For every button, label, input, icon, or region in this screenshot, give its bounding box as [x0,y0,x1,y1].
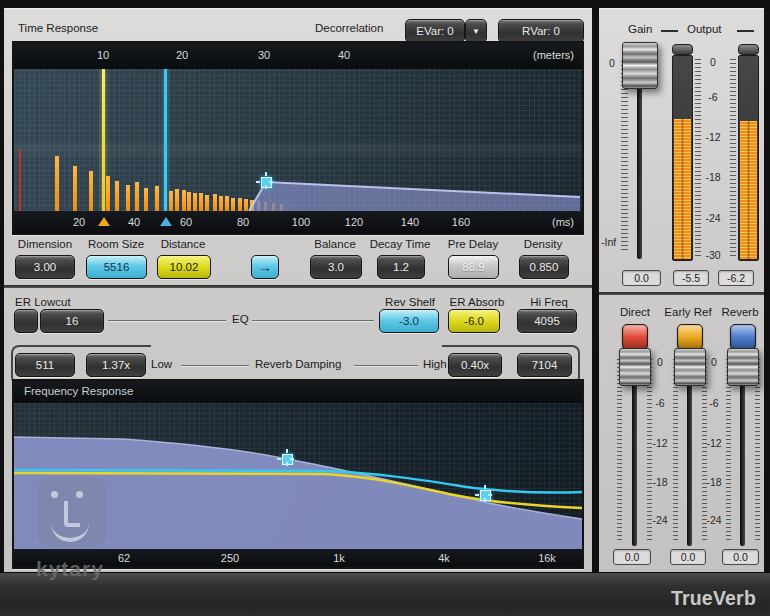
meters-tick-label: 40 [338,49,350,61]
reverb-mute-button[interactable] [730,324,756,350]
frequency-response-plot [14,403,582,549]
output-scale-label: -18 [705,171,720,183]
ms-unit-label: (ms) [552,216,574,228]
ms-scale: 20 40 60 80 100 120 140 160 (ms) [14,211,582,233]
reverb-envelope [14,69,582,211]
link-arrow-button[interactable]: → [251,255,279,279]
mixer-tick-strip [647,359,652,541]
mixer-tick-strip [673,359,678,541]
mixer-scale-label: -12 [706,437,721,449]
balance-value-button[interactable]: 3.0 [310,255,362,279]
mixer-scale-label: -24 [706,514,721,526]
early-ref-fader-knob[interactable] [674,348,706,386]
watermark-text: kytary [36,557,104,581]
balance-label: Balance [314,238,356,250]
evar-button[interactable]: EVar: 0 [405,19,465,43]
reverb-label: Reverb [721,306,758,318]
early-ref-value-box[interactable]: 0.0 [670,549,706,565]
damping-high-ratio-button[interactable]: 0.40x [448,353,502,377]
freq-tick-label: 4k [438,552,450,564]
freq-tick-label: 1k [333,552,345,564]
output-right-clip-led[interactable] [738,44,759,55]
hi-freq-handle[interactable] [480,490,491,501]
reverb-value-box[interactable]: 0.0 [722,549,759,565]
ms-tick-label: 140 [401,216,419,228]
damping-high-label: High [423,358,447,370]
frequency-response-graph: Frequency Response 62 250 1k [12,379,584,569]
predelay-handle[interactable] [261,177,272,188]
density-value-button[interactable]: 0.850 [519,255,569,279]
freq-title-strip: Frequency Response [14,381,582,403]
gain-fader-knob[interactable] [622,42,658,89]
meters-tick-label: 30 [258,49,270,61]
output-tick-strip-right [730,59,736,259]
output-left-value-box[interactable]: -5.5 [673,270,709,286]
output-dash-right [737,30,754,32]
mixer-scale-label: -18 [706,476,721,488]
pre-delay-label: Pre Delay [448,238,499,250]
pre-delay-value-button[interactable]: 88.9 [448,255,499,279]
mixer-scale-label: -24 [652,514,667,526]
direct-fader-knob[interactable] [619,348,651,386]
output-left-clip-led[interactable] [672,44,693,55]
main-panel: Time Response Decorrelation EVar: 0 ▼ RV… [4,8,592,573]
er-absorb-label: ER Absorb [450,296,505,308]
damping-low-freq-button[interactable]: 511 [15,353,75,377]
freq-tick-label: 16k [538,552,556,564]
output-left-meter [672,55,693,261]
distance-value-button[interactable]: 10.02 [157,255,211,279]
trueverb-window: Time Response Decorrelation EVar: 0 ▼ RV… [0,0,770,616]
er-absorb-value-button[interactable]: -6.0 [448,309,500,333]
direct-value-box[interactable]: 0.0 [613,549,651,565]
decay-time-value-button[interactable]: 1.2 [377,255,425,279]
output-scale-label: -24 [705,212,720,224]
evar-dropdown-icon[interactable]: ▼ [465,19,487,43]
distance-label: Distance [161,238,206,250]
reverb-fader-knob[interactable] [727,348,759,386]
freq-tick-label: 62 [118,552,130,564]
damping-line-left [181,365,249,366]
damping-high-freq-button[interactable]: 7104 [517,353,572,377]
freq-tick-label: 250 [221,552,239,564]
room-size-value-button[interactable]: 5516 [86,255,147,279]
ms-tick-label: 80 [237,216,249,228]
direct-label: Direct [620,306,650,318]
density-label: Density [524,238,562,250]
section-divider [4,285,592,288]
output-right-meter-fill [740,121,757,259]
time-response-plot [14,69,582,211]
right-section-divider [599,292,764,295]
output-right-value-box[interactable]: -6.2 [718,270,754,286]
mixer-tick-strip [726,359,731,541]
damping-low-ratio-button[interactable]: 1.37x [86,353,146,377]
mixer-scale-label: 0 [711,356,717,368]
eq-line-left [108,320,226,321]
er-lowcut-value-button[interactable]: 16 [40,309,104,333]
mixer-tick-strip [755,359,760,541]
early-ref-label: Early Ref [664,306,711,318]
meters-tick-label: 20 [176,49,188,61]
rev-shelf-value-button[interactable]: -3.0 [379,309,439,333]
dimension-value-button[interactable]: 3.00 [15,255,75,279]
rev-shelf-handle[interactable] [282,454,293,465]
mixer-scale-label: -18 [652,476,667,488]
room-size-marker-triangle[interactable] [160,217,172,226]
mixer-scale-label: -6 [655,397,664,409]
ms-tick-label: 60 [180,216,192,228]
ms-tick-label: 20 [73,216,85,228]
damping-title: Reverb Damping [255,358,341,370]
early-ref-mute-button[interactable] [677,324,703,350]
distance-marker-triangle[interactable] [98,217,110,226]
ms-tick-label: 100 [292,216,310,228]
gain-zero-label: 0 [609,57,615,69]
hi-freq-value-button[interactable]: 4095 [517,309,577,333]
er-lowcut-toggle-button[interactable] [14,309,38,333]
rvar-button[interactable]: RVar: 0 [498,19,584,43]
ms-tick-label: 40 [128,216,140,228]
watermark-logo [38,477,106,547]
direct-mute-button[interactable] [622,324,648,350]
rev-shelf-label: Rev Shelf [385,296,435,308]
gain-value-box[interactable]: 0.0 [622,270,661,286]
master-panel: Gain Output 0 -Inf 0.0 0 -6 -12 -18 -24 … [599,8,764,573]
eq-label: EQ [232,313,249,325]
